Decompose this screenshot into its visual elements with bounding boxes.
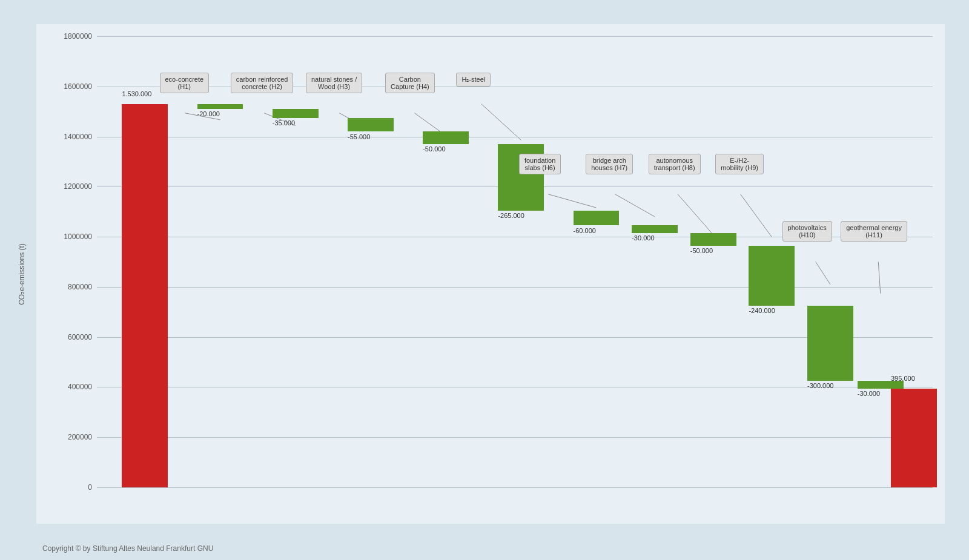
callout-h4: CarbonCapture (H4) xyxy=(385,73,435,93)
grid-line xyxy=(97,137,933,137)
chart-area: 0200000400000600000800000100000012000001… xyxy=(97,36,933,487)
chart-container: 0200000400000600000800000100000012000001… xyxy=(36,24,945,524)
bar-h9 xyxy=(749,246,795,306)
y-axis-label: 1000000 xyxy=(64,232,97,241)
svg-line-8 xyxy=(741,194,772,237)
svg-line-7 xyxy=(678,194,713,235)
grid-line xyxy=(97,36,933,37)
callout-h8: autonomoustransport (H8) xyxy=(649,154,701,174)
grid-line xyxy=(97,437,933,438)
y-axis-label: 0 xyxy=(88,483,97,492)
bar-h8 xyxy=(690,233,736,246)
y-axis-label: 200000 xyxy=(68,433,97,441)
bar-h3 xyxy=(348,118,394,132)
bar-label-h4: -50.000 xyxy=(423,145,445,153)
grid-line xyxy=(97,87,933,87)
y-axis-label: 800000 xyxy=(68,283,97,291)
bar-label-h11: -30.000 xyxy=(858,390,880,397)
bar-h4 xyxy=(423,131,469,144)
callout-h3: natural stones /Wood (H3) xyxy=(306,73,362,93)
bar-label-final: 395.000 xyxy=(891,375,915,382)
bar-label-h1: -20.000 xyxy=(197,110,220,117)
bar-h1 xyxy=(197,104,243,109)
bar-final xyxy=(891,389,937,487)
y-axis-title: CO₂e-emissions (t) xyxy=(18,243,26,305)
callout-h7: bridge archhouses (H7) xyxy=(586,154,633,174)
callout-h6: foundationslabs (H6) xyxy=(519,154,561,174)
callout-h2: carbon reinforcedconcrete (H2) xyxy=(231,73,294,93)
callout-h9: E-/H2-mobility (H9) xyxy=(715,154,764,174)
y-axis-label: 600000 xyxy=(68,333,97,341)
bar-label-h10: -300.000 xyxy=(807,382,833,389)
svg-line-6 xyxy=(615,194,655,217)
bar-label-h2: -35.000 xyxy=(273,119,295,127)
copyright-text: Copyright © by Stiftung Altes Neuland Fr… xyxy=(42,544,213,553)
bar-label-h9: -240.000 xyxy=(749,307,775,314)
bar-h6 xyxy=(574,211,620,226)
bar-h2 xyxy=(273,109,319,117)
bar-label-h3: -55.000 xyxy=(348,133,370,140)
y-axis-label: 1400000 xyxy=(64,133,97,141)
callout-h5: H₂-steel xyxy=(456,73,491,87)
y-axis-label: 1200000 xyxy=(64,182,97,191)
callout-h1: eco-concrete(H1) xyxy=(160,73,210,93)
callout-h10: photovoltaics(H10) xyxy=(782,221,832,242)
bar-h10 xyxy=(807,306,853,381)
grid-line xyxy=(97,287,933,288)
bar-label-h5: -265.000 xyxy=(498,212,524,219)
y-axis-label: 400000 xyxy=(68,383,97,391)
y-axis-label: 1800000 xyxy=(64,32,97,41)
callout-h11: geothermal energy(H11) xyxy=(841,221,907,242)
bar-baseline xyxy=(122,104,168,487)
svg-line-10 xyxy=(878,262,880,294)
grid-line xyxy=(97,487,933,488)
bar-h7 xyxy=(632,225,678,232)
bar-label-baseline: 1.530.000 xyxy=(122,90,151,97)
bar-label-h6: -60.000 xyxy=(574,227,596,234)
svg-line-4 xyxy=(481,104,521,140)
y-axis-label: 1600000 xyxy=(64,82,97,91)
svg-line-5 xyxy=(548,194,596,208)
bar-label-h8: -50.000 xyxy=(690,247,713,254)
bar-label-h7: -30.000 xyxy=(632,234,654,242)
svg-line-9 xyxy=(816,262,830,285)
